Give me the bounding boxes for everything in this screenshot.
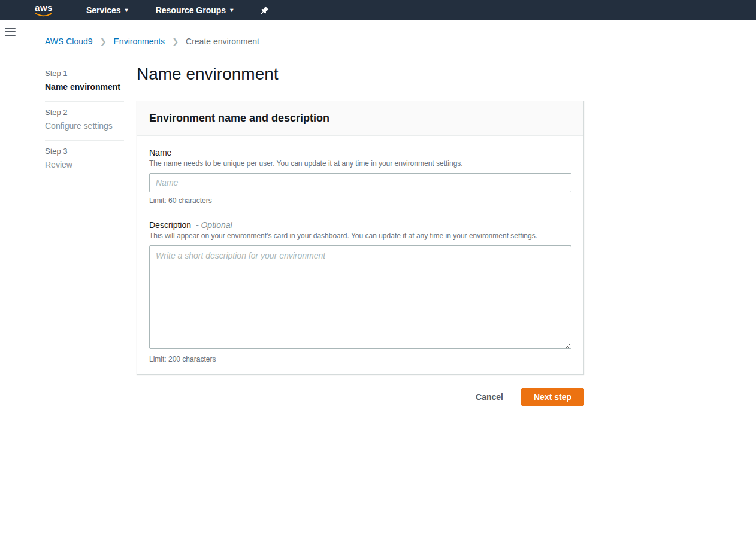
card-header: Environment name and description — [137, 101, 583, 136]
description-optional-tag: - Optional — [196, 220, 232, 230]
nav-services[interactable]: Services ▾ — [86, 5, 128, 15]
top-nav: aws Services ▾ Resource Groups ▾ — [0, 0, 756, 20]
wizard-actions: Cancel Next step — [137, 388, 584, 406]
name-field-group: Name The name needs to be unique per use… — [149, 148, 571, 205]
hamburger-menu-button[interactable] — [5, 28, 16, 36]
hamburger-bar — [5, 31, 16, 32]
step-label[interactable]: Configure settings — [45, 121, 124, 131]
name-field-label: Name — [149, 148, 571, 157]
page-content: AWS Cloud9 ❯ Environments ❯ Create envir… — [0, 20, 756, 406]
name-field-help: The name needs to be unique per user. Yo… — [149, 159, 571, 168]
card-body: Name The name needs to be unique per use… — [137, 136, 583, 374]
aws-logo[interactable]: aws — [35, 3, 53, 17]
chevron-down-icon: ▾ — [230, 7, 233, 13]
description-label-text: Description — [149, 220, 191, 230]
step-1-name-environment: Step 1 Name environment — [45, 69, 124, 102]
hamburger-bar — [5, 35, 16, 36]
card-header-title: Environment name and description — [149, 112, 571, 125]
step-label: Name environment — [45, 82, 124, 92]
environment-name-card: Environment name and description Name Th… — [137, 101, 584, 375]
step-number: Step 3 — [45, 147, 124, 156]
pin-button[interactable] — [261, 6, 269, 14]
aws-smile-icon — [35, 13, 53, 17]
nav-resource-groups-label: Resource Groups — [156, 5, 226, 15]
chevron-down-icon: ▾ — [125, 7, 128, 13]
cancel-button[interactable]: Cancel — [476, 392, 503, 402]
breadcrumb-separator-icon: ❯ — [100, 37, 107, 46]
main-panel: Name environment Environment name and de… — [137, 69, 584, 406]
step-label[interactable]: Review — [45, 160, 124, 169]
wizard-steps: Step 1 Name environment Step 2 Configure… — [45, 69, 124, 179]
nav-resource-groups[interactable]: Resource Groups ▾ — [156, 5, 234, 15]
breadcrumb-separator-icon: ❯ — [172, 37, 179, 46]
environment-name-input[interactable] — [149, 173, 571, 192]
description-field-help: This will appear on your environment's c… — [149, 232, 571, 240]
top-nav-menu: Services ▾ Resource Groups ▾ — [86, 5, 269, 15]
step-3-review: Step 3 Review — [45, 141, 124, 179]
name-field-limit: Limit: 60 characters — [149, 196, 571, 205]
step-2-configure-settings: Step 2 Configure settings — [45, 102, 124, 141]
step-number: Step 2 — [45, 108, 124, 117]
step-number: Step 1 — [45, 69, 124, 78]
wizard-layout: Step 1 Name environment Step 2 Configure… — [45, 69, 756, 406]
description-field-group: Description - Optional This will appear … — [149, 220, 571, 363]
pushpin-icon — [261, 6, 269, 14]
breadcrumb-link-aws-cloud9[interactable]: AWS Cloud9 — [45, 37, 93, 46]
description-field-label: Description - Optional — [149, 220, 571, 230]
nav-services-label: Services — [86, 5, 121, 15]
environment-description-textarea[interactable] — [149, 245, 571, 349]
aws-logo-text: aws — [35, 3, 53, 12]
page-title: Name environment — [137, 65, 584, 84]
breadcrumb-link-environments[interactable]: Environments — [114, 37, 165, 46]
hamburger-bar — [5, 28, 16, 29]
next-step-button[interactable]: Next step — [521, 388, 584, 406]
description-field-limit: Limit: 200 characters — [149, 355, 571, 363]
breadcrumb: AWS Cloud9 ❯ Environments ❯ Create envir… — [45, 37, 756, 46]
breadcrumb-current: Create environment — [186, 37, 259, 46]
